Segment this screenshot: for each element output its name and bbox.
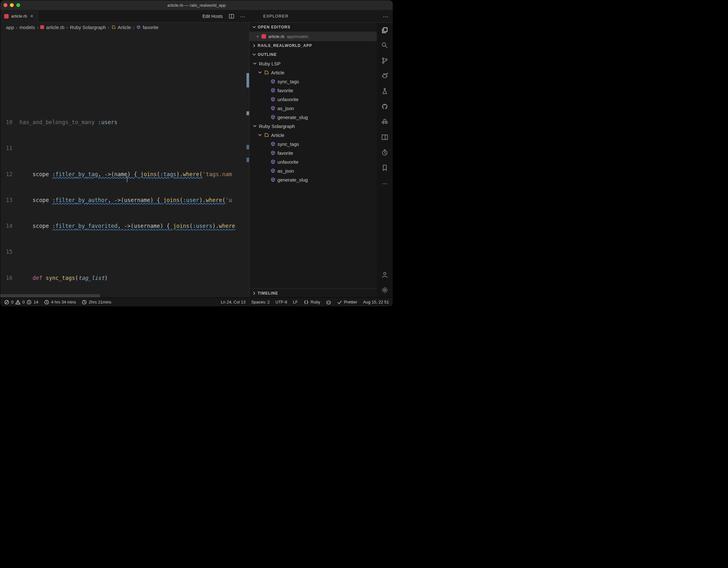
outline-method-as-json[interactable]: as_json xyxy=(251,166,377,175)
status-wakatime[interactable]: 4 hrs 34 mins xyxy=(44,299,76,305)
class-icon xyxy=(111,25,116,29)
overview-ruler-mark xyxy=(246,73,249,87)
method-icon xyxy=(270,115,276,120)
outline-method-favorite[interactable]: favorite xyxy=(251,148,377,157)
overview-ruler-mark xyxy=(246,111,249,115)
method-icon xyxy=(270,106,276,111)
ruby-file-icon xyxy=(4,14,9,19)
outline-provider-solargraph[interactable]: Ruby Solargraph xyxy=(251,122,377,131)
check-icon xyxy=(337,299,342,305)
status-codetime[interactable]: 2hrs 21mins xyxy=(82,299,111,305)
outline-class-article[interactable]: Article xyxy=(251,68,377,77)
explorer-icon[interactable] xyxy=(381,26,389,34)
ruby-file-icon xyxy=(40,25,44,29)
status-clock[interactable]: Aug 15, 22 51 xyxy=(363,299,389,304)
traffic-lights xyxy=(4,3,20,7)
bookmark-icon[interactable] xyxy=(381,164,389,172)
warning-icon xyxy=(15,299,20,305)
outline-method-sync-tags[interactable]: sync_tags xyxy=(251,140,377,148)
overview-ruler-mark xyxy=(246,145,249,149)
outline-class-article[interactable]: Article xyxy=(251,131,377,140)
status-language[interactable]: Ruby xyxy=(304,299,320,305)
code-editor[interactable]: 10has_and_belongs_to_many :users 11 12 s… xyxy=(0,32,249,294)
breadcrumb-method[interactable]: favorite xyxy=(143,25,158,30)
outline-method-unfavorite[interactable]: unfavorite xyxy=(251,95,377,104)
text-cursor-icon xyxy=(127,176,127,182)
run-debug-icon[interactable] xyxy=(381,72,389,80)
outline-header[interactable]: OUTLINE xyxy=(249,50,377,59)
explorer-title: EXPLORER xyxy=(263,14,289,19)
open-editor-filename: article.rb xyxy=(269,34,284,39)
breadcrumb-provider[interactable]: Ruby Solargraph xyxy=(70,25,106,30)
status-problems[interactable]: 0 0 14 xyxy=(4,299,38,305)
clock-icon xyxy=(82,299,87,305)
status-prettier[interactable]: Prettier xyxy=(337,299,357,305)
method-icon xyxy=(270,88,276,93)
status-eol[interactable]: LF xyxy=(293,299,298,304)
split-editor-icon[interactable] xyxy=(229,13,234,19)
ban-icon xyxy=(4,299,9,305)
editor-window: article.rb — rails_realworld_app article… xyxy=(0,0,393,307)
timeline-header[interactable]: TIMELINE xyxy=(249,288,377,297)
method-icon xyxy=(270,159,276,164)
minimize-window-icon[interactable] xyxy=(10,3,14,7)
layout-icon[interactable] xyxy=(381,133,389,141)
account-icon[interactable] xyxy=(381,271,389,279)
outline-tree: Ruby LSP Article sync_tags favorite unfa… xyxy=(249,59,377,288)
method-icon xyxy=(270,150,276,155)
method-icon xyxy=(270,141,276,147)
titlebar: article.rb — rails_realworld_app xyxy=(0,0,393,10)
method-icon xyxy=(270,168,276,173)
status-cursor-position[interactable]: Ln 24, Col 13 xyxy=(221,299,246,304)
outline-method-favorite[interactable]: favorite xyxy=(251,86,377,95)
source-control-icon[interactable] xyxy=(381,57,389,65)
tab-close-icon[interactable]: × xyxy=(30,13,34,19)
tab-bar: article.rb × Edit Hosts ··· EXPLORER ··· xyxy=(0,10,393,23)
tab-label: article.rb xyxy=(11,14,27,19)
method-icon xyxy=(270,177,276,182)
edit-hosts-button[interactable]: Edit Hosts xyxy=(202,14,223,19)
method-icon xyxy=(270,97,276,102)
status-indentation[interactable]: Spaces: 2 xyxy=(251,299,270,304)
tab-article-rb[interactable]: article.rb × xyxy=(0,10,38,22)
outline-method-generate-slug[interactable]: generate_slug xyxy=(251,113,377,122)
explorer-overflow-icon[interactable]: ··· xyxy=(383,13,388,19)
breadcrumb[interactable]: app› models› article.rb› Ruby Solargraph… xyxy=(0,23,249,32)
open-editor-path: app/models xyxy=(287,34,308,39)
status-bar: 0 0 14 4 hrs 34 mins 2hrs 21mins Ln 24, … xyxy=(0,297,393,306)
ruby-file-icon xyxy=(262,34,266,39)
copilot-icon xyxy=(326,299,331,305)
status-encoding[interactable]: UTF-8 xyxy=(276,299,287,304)
class-icon xyxy=(264,70,269,75)
gear-icon[interactable] xyxy=(381,286,389,294)
method-icon xyxy=(270,79,276,84)
timer-icon[interactable] xyxy=(381,148,389,157)
info-icon xyxy=(27,299,32,305)
outline-method-unfavorite[interactable]: unfavorite xyxy=(251,157,377,166)
breadcrumb-class[interactable]: Article xyxy=(118,25,131,30)
status-copilot[interactable] xyxy=(326,299,331,305)
outline-method-generate-slug[interactable]: generate_slug xyxy=(251,175,377,184)
breadcrumb-models[interactable]: models xyxy=(19,25,35,30)
breadcrumb-file[interactable]: article.rb xyxy=(46,25,64,30)
horizontal-scrollbar[interactable] xyxy=(0,294,249,297)
project-folder-header[interactable]: RAILS_REALWORLD_APP xyxy=(249,41,377,50)
testing-icon[interactable] xyxy=(381,87,389,95)
close-window-icon[interactable] xyxy=(4,3,7,7)
breadcrumb-app[interactable]: app xyxy=(6,25,14,30)
close-icon[interactable]: × xyxy=(256,34,259,39)
more-icon[interactable]: ··· xyxy=(381,179,389,187)
sidebar: OPEN EDITORS × article.rb app/models RAI… xyxy=(249,23,377,297)
outline-method-as-json[interactable]: as_json xyxy=(251,104,377,113)
outline-provider-rubylsp[interactable]: Ruby LSP xyxy=(251,59,377,68)
open-editor-item[interactable]: × article.rb app/models xyxy=(249,32,377,41)
window-title: article.rb — rails_realworld_app xyxy=(0,3,393,8)
overview-ruler-mark xyxy=(246,158,249,162)
github-icon[interactable] xyxy=(381,102,389,111)
open-editors-header[interactable]: OPEN EDITORS xyxy=(249,23,377,32)
graph-icon[interactable] xyxy=(381,118,389,126)
zoom-window-icon[interactable] xyxy=(16,3,20,7)
search-icon[interactable] xyxy=(381,41,389,49)
outline-method-sync-tags[interactable]: sync_tags xyxy=(251,77,377,86)
tab-overflow-icon[interactable]: ··· xyxy=(240,13,246,19)
